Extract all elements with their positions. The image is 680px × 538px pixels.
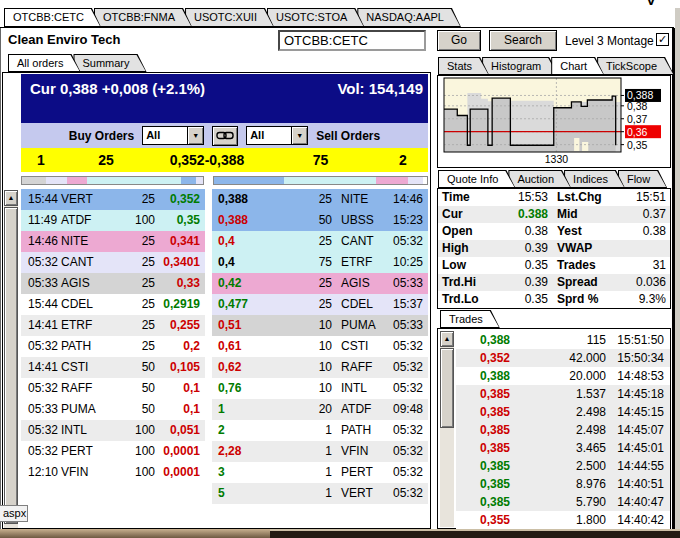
order-price: 0,255 [155, 315, 205, 336]
trade-row[interactable]: 0,3851.53714:45:18 [456, 385, 670, 403]
buy-order-row[interactable]: 14:41ETRF250,255 [21, 315, 205, 336]
trade-row[interactable]: 0,3853.46514:45:01 [456, 439, 670, 457]
taskbar-strip [0, 529, 680, 538]
tab-usotc-xuii[interactable]: USOTC:XUII [185, 8, 274, 27]
order-time: 10:25 [382, 252, 428, 273]
chevron-down-icon[interactable]: ▼ [187, 127, 203, 144]
tab-histogram[interactable]: Histogram [482, 57, 558, 75]
tab-stats[interactable]: Stats [438, 57, 489, 75]
trade-row[interactable]: 0,3551.80014:40:42 [456, 511, 670, 529]
tab-flow[interactable]: Flow [618, 170, 667, 188]
summary-bar: Cur 0,388 +0,008 (+2.1%) Vol: 154,149 [21, 74, 428, 123]
trade-row[interactable]: 0,35242.00015:50:34 [456, 349, 670, 367]
tab-otcbb-fnma[interactable]: OTCBB:FNMA [94, 8, 192, 27]
order-size: 10 [274, 378, 332, 399]
buy-order-row[interactable]: 14:46NITE250,341 [21, 231, 205, 252]
quote-label: Low [438, 257, 490, 274]
sell-order-row[interactable]: 21PATH05:32 [212, 420, 428, 441]
sell-order-row[interactable]: 31PERT05:32 [212, 462, 428, 483]
order-time: 14:46 [21, 231, 61, 252]
buy-order-row[interactable]: 05:32INTL1000,051 [21, 420, 205, 441]
tab-usotc-stoa[interactable]: USOTC:STOA [267, 8, 364, 27]
sell-order-row[interactable]: 120ATDF09:48 [212, 399, 428, 420]
buy-order-row[interactable]: 05:33AGIS250,33 [21, 273, 205, 294]
buy-order-row[interactable]: 15:44VERT250,352 [21, 189, 205, 210]
tab-label: USOTC:XUII [186, 9, 273, 26]
chevron-down-icon[interactable]: ▼ [291, 127, 307, 144]
sell-order-row[interactable]: 0,6210RAFF05:32 [212, 357, 428, 378]
buy-order-row[interactable]: 05:32CANT250,3401 [21, 252, 205, 273]
tab-summary[interactable]: Summary [73, 54, 146, 72]
order-size: 25 [274, 273, 332, 294]
buy-orders-filter-dropdown[interactable]: All ▼ [142, 126, 204, 145]
sell-order-row[interactable]: 0,7610INTL05:32 [212, 378, 428, 399]
sell-order-row[interactable]: 0,38850UBSS15:23 [212, 210, 428, 231]
sell-order-row[interactable]: 0,4225AGIS05:33 [212, 273, 428, 294]
scrollbar-thumb[interactable] [440, 348, 454, 428]
buy-order-row[interactable]: 05:32RAFF500,1 [21, 378, 205, 399]
tab-otcbb-cetc[interactable]: OTCBB:CETC [4, 8, 101, 27]
symbol-tabs: OTCBB:CETCOTCBB:FNMAUSOTC:XUIIUSOTC:STOA… [4, 8, 454, 27]
go-button[interactable]: Go [437, 30, 481, 51]
sell-order-row[interactable]: 0,425CANT05:32 [212, 231, 428, 252]
sell-order-row[interactable]: 0,38825NITE14:46 [212, 189, 428, 210]
symbol-input-value: OTCBB:CETC [284, 33, 368, 48]
buy-order-row[interactable]: 12:10VFIN1000,0001 [21, 462, 205, 483]
order-time: 05:32 [21, 336, 61, 357]
trade-price: 0,385 [456, 403, 510, 421]
svg-text:0,35: 0,35 [627, 139, 648, 151]
order-size: 25 [274, 189, 332, 210]
trade-row[interactable]: 0,3852.50014:44:55 [456, 457, 670, 475]
trade-time: 14:45:15 [606, 403, 670, 421]
tab-indices[interactable]: Indices [564, 170, 625, 188]
level3-montage-checkbox[interactable] [656, 33, 669, 46]
tab-nasdaq-aapl[interactable]: NASDAQ:AAPL [357, 8, 461, 27]
sell-order-row[interactable]: 0,47725CDEL15:37 [212, 294, 428, 315]
tab-trades[interactable]: Trades [440, 310, 500, 328]
buy-order-row[interactable]: 05:32PERT1000,0001 [21, 441, 205, 462]
trade-row[interactable]: 0,3855.79014:40:47 [456, 493, 670, 511]
tab-chart[interactable]: Chart [551, 57, 604, 75]
orderbook-scrollbar[interactable]: ▲ [4, 190, 18, 528]
tab-auction[interactable]: Auction [508, 170, 571, 188]
tab-all-orders[interactable]: All orders [8, 54, 80, 72]
sell-orders-filter-dropdown[interactable]: All ▼ [246, 126, 308, 145]
buy-order-row[interactable]: 15:44CDEL250,2919 [21, 294, 205, 315]
sell-order-row[interactable]: 0,5110PUMA05:33 [212, 315, 428, 336]
buy-order-row[interactable]: 11:49ATDF1000,35 [21, 210, 205, 231]
tab-quote-info[interactable]: Quote Info [438, 170, 515, 188]
order-price: 3 [212, 462, 274, 483]
link-filters-button[interactable] [212, 126, 238, 146]
scroll-up-icon[interactable]: ▲ [4, 190, 18, 206]
trade-row[interactable]: 0,38820.00014:48:53 [456, 367, 670, 385]
tab-label: Histogram [483, 58, 557, 74]
bid-ask-spread: 0,352-0,388 [151, 152, 263, 168]
buy-order-row[interactable]: 05:33PUMA500,1 [21, 399, 205, 420]
sell-order-row[interactable]: 0,6110CSTI05:32 [212, 336, 428, 357]
trade-row[interactable]: 0,38811515:51:50 [456, 331, 670, 349]
sell-order-row[interactable]: 2,281VFIN05:32 [212, 441, 428, 462]
trade-row[interactable]: 0,3852.49814:45:15 [456, 403, 670, 421]
search-button[interactable]: Search [489, 30, 557, 51]
order-price: 0,35 [155, 210, 205, 231]
trades-scrollbar[interactable]: ▲ [440, 331, 454, 527]
tab-tickscope[interactable]: TickScope [597, 57, 674, 75]
sell-order-row[interactable]: 0,475ETRF10:25 [212, 252, 428, 273]
scrollbar-thumb[interactable] [4, 207, 18, 524]
market-maker-id: AGIS [61, 273, 109, 294]
symbol-input[interactable]: OTCBB:CETC [278, 30, 426, 51]
buy-order-row[interactable]: 14:41CSTI500,105 [21, 357, 205, 378]
quote-value: 9.3% [610, 291, 670, 308]
scroll-up-icon[interactable]: ▲ [440, 331, 454, 347]
sell-order-row[interactable]: 51VERT05:32 [212, 483, 428, 504]
order-size: 100 [109, 462, 155, 483]
market-maker-id: CANT [332, 231, 382, 252]
trade-row[interactable]: 0,3852.49814:45:07 [456, 421, 670, 439]
analysis-tabs: StatsHistogramChartTickScope [438, 57, 667, 75]
trade-size: 2.500 [510, 457, 606, 475]
order-time: 05:32 [382, 378, 428, 399]
buy-order-row[interactable]: 05:32PATH250,2 [21, 336, 205, 357]
trade-row[interactable]: 0,3858.97614:40:51 [456, 475, 670, 493]
quote-label: Time [438, 189, 490, 206]
taskbar-right[interactable] [270, 529, 680, 538]
